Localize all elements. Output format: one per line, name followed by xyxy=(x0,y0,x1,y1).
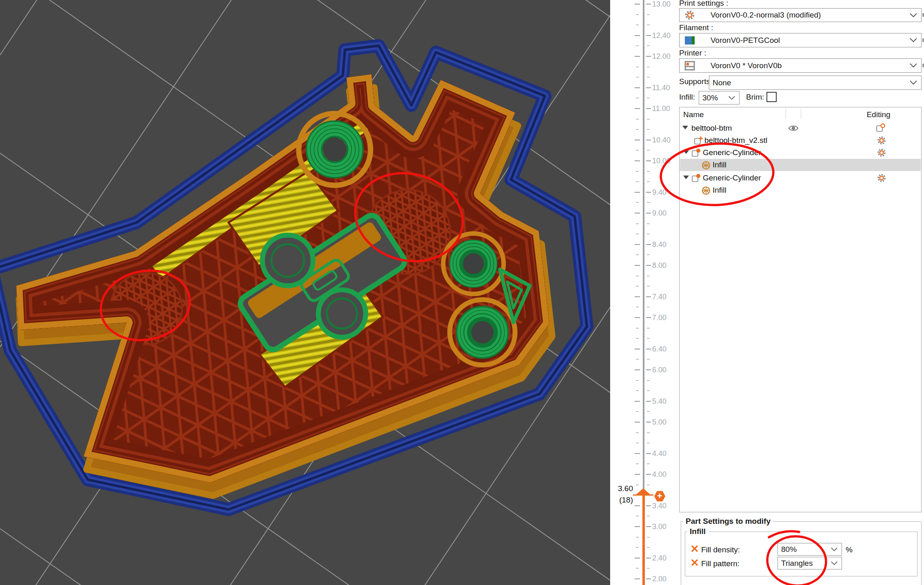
slider-tick xyxy=(636,67,639,67)
slider-tick xyxy=(635,422,640,423)
supports-label: Supports: xyxy=(679,78,712,86)
object-tree: Name Editing belttool-btm belttool-btm_v… xyxy=(679,107,922,512)
slider-tick-label: 7.00 xyxy=(652,314,666,322)
filament-label: Filament : xyxy=(679,24,713,32)
slider-tick xyxy=(647,338,650,339)
layer-slider-handle-line xyxy=(633,494,653,496)
infill-combo[interactable]: 30% xyxy=(699,91,740,105)
slider-tick-label: 12.00 xyxy=(652,52,671,61)
slider-tick xyxy=(647,98,650,98)
slider-tick xyxy=(646,4,651,4)
slider-tick xyxy=(646,244,651,245)
slider-tick xyxy=(647,14,650,15)
slider-tick xyxy=(636,181,639,182)
eye-icon[interactable] xyxy=(788,124,799,133)
slider-tick xyxy=(647,307,650,307)
print-settings-value: VoronV0-0.2-normal3 (modified) xyxy=(695,11,910,20)
slider-tick xyxy=(646,369,651,370)
expand-chevron-icon[interactable] xyxy=(682,126,688,129)
chevron-down-icon xyxy=(831,561,837,565)
slider-tick xyxy=(647,390,650,391)
add-color-change-icon[interactable]: + xyxy=(654,491,665,502)
filament-combo[interactable]: VoronV0-PETGCool xyxy=(679,33,922,47)
green-ring-top xyxy=(299,113,371,185)
slider-tick xyxy=(635,453,640,454)
brim-checkbox[interactable] xyxy=(766,92,777,102)
tree-row-generic-cylinder-1[interactable]: Generic-Cylinder xyxy=(680,147,921,159)
slider-tick-label: 4.00 xyxy=(652,470,666,479)
viewport-3d[interactable] xyxy=(0,0,610,585)
print-settings-gear-icon xyxy=(684,10,695,20)
fill-density-combo[interactable]: 80% xyxy=(777,543,842,556)
print-settings-combo[interactable]: VoronV0-0.2-normal3 (modified) xyxy=(679,8,922,22)
part-add-icon xyxy=(694,136,704,146)
slider-tick xyxy=(646,192,651,193)
slider-tick xyxy=(636,568,639,569)
slider-tick xyxy=(646,558,651,558)
gear-icon[interactable] xyxy=(877,136,886,145)
slider-tick xyxy=(636,516,639,516)
remove-setting-icon[interactable] xyxy=(691,558,699,567)
chevron-down-icon xyxy=(910,63,917,68)
layer-slider-track-selected[interactable] xyxy=(642,495,645,585)
slider-tick xyxy=(636,390,639,391)
part-modifier-icon xyxy=(691,148,701,158)
slider-tick xyxy=(636,98,639,98)
slider-tick xyxy=(647,77,650,78)
slider-tick xyxy=(636,150,639,151)
slider-tick xyxy=(647,359,650,360)
slider-tick xyxy=(647,568,650,569)
slider-tick xyxy=(647,485,650,485)
infill-value: 30% xyxy=(699,93,729,102)
tree-row-infill-1[interactable]: Infill xyxy=(680,159,921,171)
slider-tick xyxy=(635,265,640,266)
slider-tick xyxy=(636,202,639,203)
slider-tick-label: 2.00 xyxy=(652,575,666,583)
gear-icon[interactable] xyxy=(877,173,886,183)
slider-tick xyxy=(636,77,639,78)
tree-column-name: Name xyxy=(683,110,704,119)
tree-row-belttool-btm[interactable]: belttool-btm xyxy=(680,122,921,134)
slider-tick xyxy=(646,265,651,266)
slider-tick xyxy=(647,234,650,234)
slider-tick-label: 6.00 xyxy=(652,366,666,374)
slider-tick xyxy=(646,35,651,36)
infill-group-title: Infill xyxy=(687,527,708,536)
supports-combo[interactable]: None xyxy=(709,76,922,90)
current-layer-number: (18) xyxy=(613,496,633,505)
slider-tick xyxy=(646,401,651,402)
layer-slider-track[interactable] xyxy=(643,0,644,495)
slider-tick xyxy=(636,129,639,130)
layer-slider[interactable]: 13.0012.4012.0011.4011.0010.4010.009.409… xyxy=(610,0,679,585)
slider-tick xyxy=(647,328,650,329)
slider-tick xyxy=(647,443,650,443)
slider-tick xyxy=(635,87,640,88)
slider-tick xyxy=(647,432,650,433)
printer-combo[interactable]: VoronV0 * VoronV0b xyxy=(679,58,922,73)
gear-icon[interactable] xyxy=(877,148,886,158)
slider-tick xyxy=(636,443,639,443)
printer-label: Printer : xyxy=(679,49,706,57)
slider-tick xyxy=(636,14,639,15)
slider-tick xyxy=(646,87,651,88)
slider-tick-label: 6.40 xyxy=(652,345,666,353)
slider-tick xyxy=(646,349,651,349)
slider-tick xyxy=(646,140,651,140)
slider-tick xyxy=(646,317,651,318)
tree-row-belttool-btm-v2-stl[interactable]: belttool-btm_v2.stl xyxy=(680,134,921,147)
slider-tick xyxy=(635,578,640,579)
fill-pattern-combo[interactable]: Triangles xyxy=(777,557,842,569)
object-settings-icon[interactable] xyxy=(876,123,886,133)
slider-tick-label: 7.40 xyxy=(652,292,666,301)
slider-tick xyxy=(635,35,640,36)
tree-row-infill-2[interactable]: Infill xyxy=(680,184,921,196)
slider-tick xyxy=(647,380,650,381)
expand-chevron-icon[interactable] xyxy=(683,150,689,154)
slider-tick xyxy=(635,474,640,475)
slider-tick xyxy=(646,526,651,527)
remove-setting-icon[interactable] xyxy=(691,545,699,553)
slider-tick-label: 5.00 xyxy=(652,418,666,427)
tree-row-generic-cylinder-2[interactable]: Generic-Cylinder xyxy=(680,172,921,184)
slider-tick xyxy=(635,192,640,193)
expand-chevron-icon[interactable] xyxy=(683,176,689,179)
